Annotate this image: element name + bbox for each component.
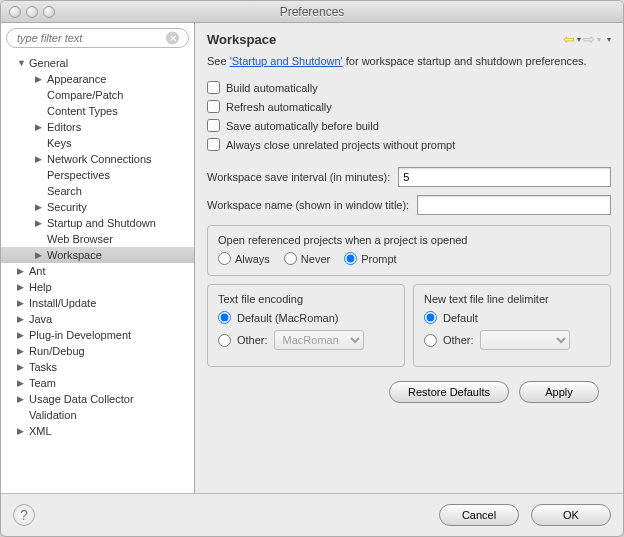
tree-item-network[interactable]: ▶Network Connections — [1, 151, 194, 167]
zoom-window-button[interactable] — [43, 6, 55, 18]
tree-item-appearance[interactable]: ▶Appearance — [1, 71, 194, 87]
tree-item-security[interactable]: ▶Security — [1, 199, 194, 215]
forward-menu-icon: ▾ — [597, 35, 601, 44]
tree-item-content-types[interactable]: Content Types — [1, 103, 194, 119]
window-controls — [9, 6, 55, 18]
tree-item-team[interactable]: ▶Team — [1, 375, 194, 391]
preferences-window: Preferences ✕ ▼General ▶Appearance Compa… — [0, 0, 624, 537]
delimiter-title: New text file line delimiter — [424, 293, 600, 305]
footer: ? Cancel OK — [1, 493, 623, 536]
workspace-name-input[interactable] — [417, 195, 611, 215]
startup-shutdown-link[interactable]: 'Startup and Shutdown' — [230, 55, 343, 67]
tree-item-usage[interactable]: ▶Usage Data Collector — [1, 391, 194, 407]
delimiter-other-select[interactable] — [480, 330, 570, 350]
save-before-build-label: Save automatically before build — [226, 120, 379, 132]
build-automatically-label: Build automatically — [226, 82, 318, 94]
tree-item-install[interactable]: ▶Install/Update — [1, 295, 194, 311]
encoding-default-radio[interactable] — [218, 311, 231, 324]
save-interval-label: Workspace save interval (in minutes): — [207, 171, 390, 183]
tree-item-startup[interactable]: ▶Startup and Shutdown — [1, 215, 194, 231]
clear-filter-icon[interactable]: ✕ — [166, 32, 179, 45]
encoding-group: Text file encoding Default (MacRoman) Ot… — [207, 284, 405, 367]
tree-item-editors[interactable]: ▶Editors — [1, 119, 194, 135]
view-menu-icon[interactable]: ▾ — [607, 35, 611, 44]
encoding-title: Text file encoding — [218, 293, 394, 305]
help-icon[interactable]: ? — [13, 504, 35, 526]
tree-item-help[interactable]: ▶Help — [1, 279, 194, 295]
open-ref-prompt-radio[interactable] — [344, 252, 357, 265]
content: ✕ ▼General ▶Appearance Compare/Patch Con… — [1, 23, 623, 493]
tree-item-perspectives[interactable]: Perspectives — [1, 167, 194, 183]
filter-input[interactable] — [6, 28, 189, 48]
open-referenced-title: Open referenced projects when a project … — [218, 234, 600, 246]
window-title: Preferences — [1, 5, 623, 19]
apply-button[interactable]: Apply — [519, 381, 599, 403]
tree-item-webbrowser[interactable]: Web Browser — [1, 231, 194, 247]
back-menu-icon[interactable]: ▾ — [577, 35, 581, 44]
tree-item-validation[interactable]: Validation — [1, 407, 194, 423]
refresh-automatically-checkbox[interactable] — [207, 100, 220, 113]
tree-item-search[interactable]: Search — [1, 183, 194, 199]
restore-defaults-button[interactable]: Restore Defaults — [389, 381, 509, 403]
tree-item-java[interactable]: ▶Java — [1, 311, 194, 327]
back-arrow-icon[interactable]: ⇦ — [563, 31, 575, 47]
open-ref-never-radio[interactable] — [284, 252, 297, 265]
tree-item-plugin[interactable]: ▶Plug-in Development — [1, 327, 194, 343]
encoding-other-radio[interactable] — [218, 334, 231, 347]
build-automatically-checkbox[interactable] — [207, 81, 220, 94]
encoding-other-select[interactable]: MacRoman — [274, 330, 364, 350]
open-referenced-group: Open referenced projects when a project … — [207, 225, 611, 276]
workspace-name-label: Workspace name (shown in window title): — [207, 199, 409, 211]
tree-item-workspace[interactable]: ▶Workspace — [1, 247, 194, 263]
intro-text: See 'Startup and Shutdown' for workspace… — [207, 55, 611, 67]
ok-button[interactable]: OK — [531, 504, 611, 526]
forward-arrow-icon[interactable]: ⇨ — [583, 31, 595, 47]
minimize-window-button[interactable] — [26, 6, 38, 18]
tree-item-general[interactable]: ▼General — [1, 55, 194, 71]
preferences-tree[interactable]: ▼General ▶Appearance Compare/Patch Conte… — [1, 53, 194, 493]
delimiter-group: New text file line delimiter Default Oth… — [413, 284, 611, 367]
page-title: Workspace — [207, 32, 276, 47]
tree-item-xml[interactable]: ▶XML — [1, 423, 194, 439]
tree-item-compare[interactable]: Compare/Patch — [1, 87, 194, 103]
tree-item-rundebug[interactable]: ▶Run/Debug — [1, 343, 194, 359]
titlebar: Preferences — [1, 1, 623, 23]
cancel-button[interactable]: Cancel — [439, 504, 519, 526]
sidebar: ✕ ▼General ▶Appearance Compare/Patch Con… — [1, 23, 195, 493]
save-interval-input[interactable] — [398, 167, 611, 187]
refresh-automatically-label: Refresh automatically — [226, 101, 332, 113]
delimiter-other-radio[interactable] — [424, 334, 437, 347]
save-before-build-checkbox[interactable] — [207, 119, 220, 132]
tree-item-ant[interactable]: ▶Ant — [1, 263, 194, 279]
close-unrelated-label: Always close unrelated projects without … — [226, 139, 455, 151]
close-window-button[interactable] — [9, 6, 21, 18]
close-unrelated-checkbox[interactable] — [207, 138, 220, 151]
tree-item-tasks[interactable]: ▶Tasks — [1, 359, 194, 375]
main-panel: Workspace ⇦ ▾ ⇨ ▾ ▾ See 'Startup and Shu… — [195, 23, 623, 493]
delimiter-default-radio[interactable] — [424, 311, 437, 324]
tree-item-keys[interactable]: Keys — [1, 135, 194, 151]
open-ref-always-radio[interactable] — [218, 252, 231, 265]
